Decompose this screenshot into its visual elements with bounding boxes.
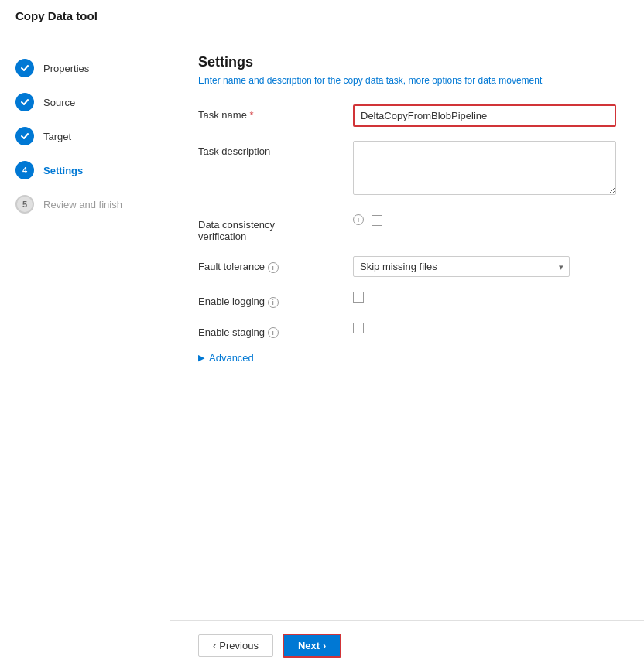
previous-label: Previous xyxy=(219,640,259,651)
task-name-input[interactable] xyxy=(353,104,616,127)
step-label-properties: Properties xyxy=(43,63,89,74)
task-name-label: Task name * xyxy=(198,104,353,121)
step-circle-target xyxy=(15,127,34,145)
next-label: Next xyxy=(298,640,320,651)
step-label-source: Source xyxy=(43,97,75,108)
advanced-expand-icon: ▶ xyxy=(198,353,204,363)
sidebar-item-settings[interactable]: 4 Settings xyxy=(0,153,170,187)
next-button[interactable]: Next › xyxy=(283,634,342,658)
data-consistency-checkbox-row: i xyxy=(353,211,616,226)
section-title: Settings xyxy=(198,54,616,70)
sidebar-item-target[interactable]: Target xyxy=(0,119,170,153)
enable-staging-control xyxy=(353,322,616,336)
task-description-row: Task description xyxy=(198,141,616,197)
step-label-target: Target xyxy=(43,131,71,142)
previous-button[interactable]: ‹ Previous xyxy=(198,634,273,657)
task-description-input[interactable] xyxy=(353,141,616,195)
required-indicator: * xyxy=(250,109,254,121)
enable-logging-row: Enable logging i xyxy=(198,291,616,308)
data-consistency-checkbox[interactable] xyxy=(372,215,382,226)
step-label-settings: Settings xyxy=(43,165,83,176)
sidebar-item-source[interactable]: Source xyxy=(0,85,170,119)
sidebar-item-properties[interactable]: Properties xyxy=(0,51,170,85)
enable-staging-checkbox[interactable] xyxy=(353,323,364,333)
enable-logging-info-icon[interactable]: i xyxy=(268,297,279,308)
content-area: Settings Enter name and description for … xyxy=(170,32,644,620)
step-circle-settings: 4 xyxy=(15,161,34,179)
fault-tolerance-label: Fault tolerance i xyxy=(198,256,353,273)
task-name-control xyxy=(353,104,616,127)
advanced-label: Advanced xyxy=(209,352,254,364)
enable-staging-label: Enable staging i xyxy=(198,322,353,339)
task-description-control xyxy=(353,141,616,197)
fault-tolerance-row: Fault tolerance i None Skip missing file… xyxy=(198,256,616,277)
data-consistency-info-icon[interactable]: i xyxy=(353,214,364,225)
advanced-section[interactable]: ▶ Advanced xyxy=(198,352,616,364)
enable-staging-row: Enable staging i xyxy=(198,322,616,339)
enable-logging-control xyxy=(353,291,616,305)
fault-tolerance-select[interactable]: None Skip missing files Skip incompatibl… xyxy=(353,256,570,277)
section-subtitle: Enter name and description for the copy … xyxy=(198,75,616,86)
enable-logging-label: Enable logging i xyxy=(198,291,353,308)
task-name-row: Task name * xyxy=(198,104,616,127)
fault-tolerance-info-icon[interactable]: i xyxy=(268,262,279,273)
step-label-review: Review and finish xyxy=(43,199,122,210)
step-circle-review: 5 xyxy=(15,195,34,214)
sidebar-item-review[interactable]: 5 Review and finish xyxy=(0,187,170,221)
sidebar: Properties Source Target xyxy=(0,32,170,670)
footer: ‹ Previous Next › xyxy=(170,620,644,670)
main-panel: Settings Enter name and description for … xyxy=(170,32,644,670)
app-title: Copy Data tool xyxy=(0,0,644,32)
enable-logging-checkbox[interactable] xyxy=(353,292,364,303)
task-description-label: Task description xyxy=(198,141,353,157)
data-consistency-label: Data consistency verification xyxy=(198,211,353,242)
previous-icon: ‹ xyxy=(213,640,216,651)
fault-tolerance-control: None Skip missing files Skip incompatibl… xyxy=(353,256,616,277)
step-circle-source xyxy=(15,93,34,111)
step-circle-properties xyxy=(15,59,34,77)
enable-staging-info-icon[interactable]: i xyxy=(268,327,279,338)
next-icon: › xyxy=(323,640,326,651)
data-consistency-row: Data consistency verification i xyxy=(198,211,616,242)
data-consistency-control: i xyxy=(353,211,616,226)
fault-tolerance-select-wrapper: None Skip missing files Skip incompatibl… xyxy=(353,256,570,277)
